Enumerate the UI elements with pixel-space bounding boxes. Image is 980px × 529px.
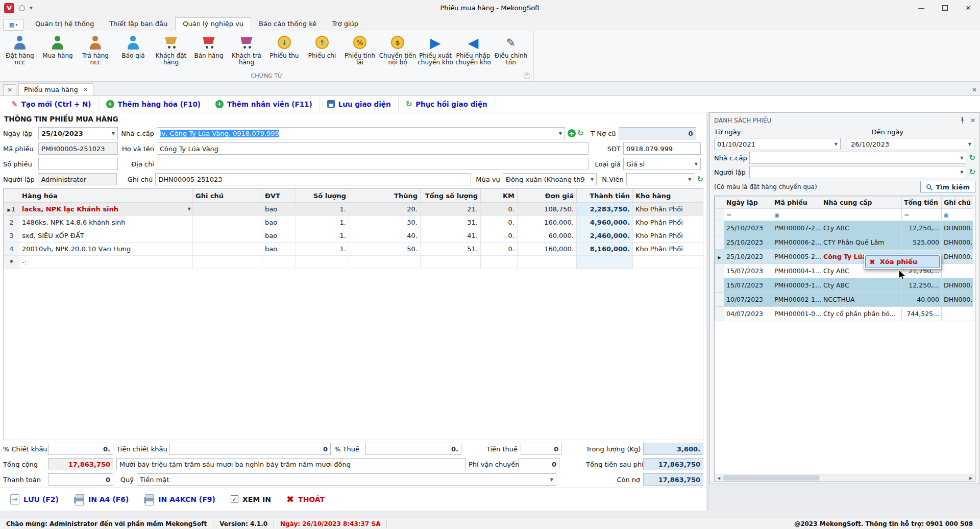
ribbon-tab-quan-tri-he-thong[interactable]: Quản trị hệ thống	[28, 17, 102, 31]
col-thanh-tien[interactable]: Thành tiền	[577, 189, 633, 203]
col-tong-so-luong[interactable]: Tổng số lượng	[421, 189, 481, 203]
cell-ma[interactable]: PMH00002-1...	[772, 293, 821, 307]
ribbon-menu-button[interactable]: ▦ ▾	[3, 19, 23, 31]
refresh-creator-filter-icon[interactable]: ↻	[969, 167, 975, 177]
group-collapse-icon[interactable]: ^	[524, 73, 530, 79]
phi-van-chuyen-input[interactable]: 0	[519, 458, 559, 470]
restore-layout-button[interactable]: ↻Phục hồi giao diện	[399, 96, 495, 112]
panel-close-icon[interactable]: ✕	[970, 117, 975, 124]
checkbox-checked-icon[interactable]: ✓	[231, 495, 238, 503]
cell-ma[interactable]: PMH00003-1...	[772, 278, 821, 293]
cell-ngay[interactable]: 25/10/2023	[724, 250, 772, 264]
col-ghi-chu[interactable]: Ghi chú	[193, 189, 262, 203]
refresh-supplier-filter-icon[interactable]: ↻	[969, 153, 975, 162]
cell-ghichu[interactable]: DHN000...	[942, 293, 973, 307]
ribbon-tab-quan-ly-nghiep-vu[interactable]: Quản lý nghiệp vụ	[175, 17, 251, 31]
cell-thanh-tien[interactable]: 2,460,000.	[577, 229, 633, 243]
ribbon-tab-thiet-lap-ban-dau[interactable]: Thiết lập ban đầu	[102, 17, 175, 31]
ribbon-button-phieu-thu[interactable]: Phiếu thu	[265, 32, 303, 73]
add-employee-button[interactable]: +Thêm nhân viên (F11)	[208, 96, 320, 112]
refresh-supplier-icon[interactable]: ↻	[577, 129, 584, 138]
ribbon-button-khach-tra-hang[interactable]: Khách trả hàng	[228, 32, 265, 73]
save-layout-button[interactable]: Lưu giao diện	[320, 96, 399, 112]
add-supplier-icon[interactable]: +	[568, 129, 576, 137]
ribbon-button-phieu-xuat-chuyen-kho[interactable]: ▶Phiếu xuất chuyển kho	[416, 32, 454, 73]
dropdown-arrow-icon[interactable]: ▼	[960, 156, 963, 160]
cell-ma[interactable]: PMH00006-2...	[772, 235, 821, 250]
cell-ncc[interactable]: Cty ABC	[821, 221, 902, 235]
col-tong-tien[interactable]: Tổng tiền	[902, 197, 942, 209]
col-ma-phieu[interactable]: Mã phiếu	[772, 197, 821, 209]
den-ngay-input[interactable]: 26/10/2023▼	[848, 138, 974, 150]
cell-dvt[interactable]: bao	[262, 216, 296, 229]
nguoi-lap-input[interactable]: Administrator	[38, 173, 117, 185]
cell-ghichu[interactable]: DHN000...	[942, 250, 973, 264]
ribbon-button-phieu-tinh-lai[interactable]: Phiếu tính lãi	[341, 32, 379, 73]
ribbon-button-dieu-chinh-ton[interactable]: ✎Điều chỉnh tồn	[492, 32, 530, 73]
cell-ghi-chu[interactable]	[193, 243, 262, 256]
ribbon-button-phieu-chi[interactable]: Phiếu chi	[303, 32, 341, 73]
scroll-left-icon[interactable]: ◀	[715, 476, 723, 480]
cell-thung[interactable]: 40.	[349, 229, 421, 243]
chiet-khau-pct-input[interactable]: 0.	[48, 443, 113, 455]
tab-close-icon[interactable]: ✕	[83, 86, 88, 93]
dropdown-arrow-icon[interactable]: ▼	[688, 177, 691, 182]
voucher-row-1[interactable]: 25/10/2023 PMH00007-2... Cty ABC 12,250,…	[715, 221, 973, 235]
tabstrip-close-right-button[interactable]: ✕	[972, 86, 977, 93]
horizontal-scrollbar[interactable]: ◀ ▶	[715, 474, 975, 482]
cell-thung[interactable]: 50.	[349, 243, 421, 256]
cell-km[interactable]: 0.	[481, 229, 518, 243]
cell-hang-hoa[interactable]: 1486ks, NPK 14.8.6 khánh sinh	[19, 216, 193, 229]
dropdown-arrow-icon[interactable]: ▼	[559, 131, 562, 136]
cell-ncc[interactable]: Cty cổ phần phân bó...	[821, 307, 902, 321]
col-so-luong[interactable]: Số lượng	[296, 189, 349, 203]
filter-ghi-chu[interactable]: ▣	[942, 209, 973, 221]
add-product-button[interactable]: +Thêm hàng hóa (F10)	[99, 96, 208, 112]
cell-thung[interactable]: 20.	[349, 203, 421, 216]
cell-don-gia[interactable]: 160,000.	[518, 243, 577, 256]
ribbon-tab-tro-giup[interactable]: Trợ giúp	[324, 17, 366, 31]
cell-ghi-chu[interactable]	[193, 229, 262, 243]
cell-kho-hang[interactable]: Kho Phân Phối	[633, 229, 704, 243]
quy-combo[interactable]: Tiền mặt▼	[137, 473, 556, 486]
cell-tong-so-luong[interactable]: 31.	[421, 216, 481, 229]
voucher-row-7[interactable]: 04/07/2023 PMH00001-0... Cty cổ phần phâ…	[715, 307, 973, 321]
exit-button[interactable]: ✖THOÁT	[280, 491, 331, 508]
cell-km[interactable]: 0.	[481, 203, 518, 216]
cell-so-luong[interactable]: 1.	[296, 216, 349, 229]
cell-ncc[interactable]: NCCTHUA	[821, 293, 902, 307]
cell-ngay[interactable]: 15/07/2023	[724, 278, 772, 293]
cell-tong-so-luong[interactable]: 41.	[421, 229, 481, 243]
product-row-4[interactable]: 4 20010vh, NPK 20.0.10 Vạn Hưng bao 1. 5…	[4, 243, 704, 256]
thanh-toan-input[interactable]: 0	[48, 473, 113, 486]
cell-km[interactable]: 0.	[481, 243, 518, 256]
tabstrip-close-button[interactable]: ✕	[3, 84, 16, 95]
so-phieu-input[interactable]	[38, 158, 118, 170]
cell-ma[interactable]: PMH00004-1...	[772, 264, 821, 278]
ribbon-button-tra-hang-ncc[interactable]: Trả hàng ncc	[77, 32, 114, 73]
dropdown-arrow-icon[interactable]: ▼	[960, 170, 963, 175]
cell-hang-hoa[interactable]: -:	[19, 256, 193, 269]
voucher-row-6[interactable]: 10/07/2023 PMH00002-1... NCCTHUA 40,000 …	[715, 293, 973, 307]
cell-ngay[interactable]: 10/07/2023	[724, 293, 772, 307]
cell-so-luong[interactable]: 1.	[296, 229, 349, 243]
nha-ccap-combo[interactable]: lv, Công Ty Lúa Vàng, 0918.079.999▼	[157, 127, 565, 139]
cell-tong-so-luong[interactable]: 21.	[421, 203, 481, 216]
product-new-row[interactable]: * -:	[4, 256, 704, 269]
cell-thanh-tien[interactable]: 4,960,000.	[577, 216, 633, 229]
cell-ghi-chu[interactable]	[193, 216, 262, 229]
thue-pct-input[interactable]: 0.	[365, 443, 461, 455]
dropdown-arrow-icon[interactable]: ▼	[112, 131, 115, 136]
cell-tien[interactable]: 12,250,...	[902, 221, 942, 235]
ribbon-button-phieu-nhap-chuyen-kho[interactable]: ◀Phiếu nhập chuyển kho	[454, 32, 492, 73]
cell-tong-so-luong[interactable]: 51.	[421, 243, 481, 256]
col-don-gia[interactable]: Đơn giá	[518, 189, 577, 203]
minimize-button[interactable]: —	[910, 0, 933, 16]
cell-ngay[interactable]: 25/10/2023	[724, 235, 772, 250]
col-thung[interactable]: Thùng	[349, 189, 421, 203]
cell-thung[interactable]: 30.	[349, 216, 421, 229]
maximize-button[interactable]	[933, 0, 957, 16]
cell-km[interactable]	[481, 256, 518, 269]
cell-so-luong[interactable]: 1.	[296, 203, 349, 216]
cell-dvt[interactable]: bao	[262, 229, 296, 243]
